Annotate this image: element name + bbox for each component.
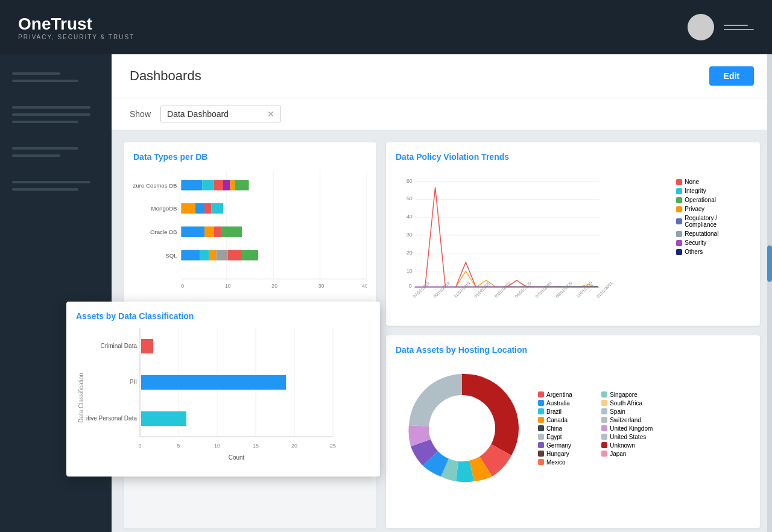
legend-item-operational: Operational [676,197,750,203]
sidebar-line [12,147,78,150]
legend-color-none [676,179,682,185]
legend-label-egypt: Egypt [546,434,562,440]
legend-label-china: China [546,425,562,432]
svg-rect-9 [223,180,230,190]
legend-color-southafrica [601,400,607,406]
legend-label-brazil: Brazil [546,408,562,415]
svg-rect-69 [141,339,153,353]
legend-color-china [538,425,544,431]
legend-uk: United Kingdom [601,425,653,432]
legend-brazil: Brazil [538,408,589,415]
legend-item-others: Others [676,249,750,255]
avatar[interactable] [688,14,714,40]
top-nav: OneTrust PRIVACY, SECURITY & TRUST [0,0,772,54]
legend-label-security: Security [685,239,706,246]
svg-rect-26 [216,250,227,260]
svg-text:40: 40 [407,214,413,220]
clear-filter-button[interactable]: ✕ [267,109,274,119]
svg-text:0: 0 [181,283,184,289]
edit-button[interactable]: Edit [709,66,754,86]
svg-text:40: 40 [362,283,367,289]
svg-rect-19 [204,226,214,236]
svg-rect-23 [181,250,200,260]
svg-rect-20 [214,226,221,236]
svg-text:Count: Count [229,454,245,461]
legend-label-integrity: Integrity [685,188,706,194]
legend-china: China [538,425,589,432]
legend-japan: Japan [601,451,653,457]
svg-rect-10 [230,180,235,190]
donut-svg [396,362,528,495]
sidebar-line [12,106,90,109]
legend-color-mexico [538,459,544,465]
hosting-location-card: Data Assets by Hosting Location [386,335,760,528]
legend-color-others [676,249,682,255]
data-types-title: Data Types per DB [133,152,367,162]
svg-text:0: 0 [409,283,412,289]
svg-text:0: 0 [138,443,141,449]
dashboard-header: Dashboards Edit [112,54,772,98]
menu-line-2 [724,29,754,30]
legend-label-privacy: Privacy [685,206,704,212]
filter-bar: Show Data Dashboard ✕ [112,98,772,130]
svg-text:5: 5 [177,443,180,449]
svg-text:20: 20 [407,250,413,256]
svg-text:60: 60 [407,178,413,184]
svg-text:SQL: SQL [165,252,177,259]
logo-area: OneTrust PRIVACY, SECURITY & TRUST [18,14,134,40]
legend-color-privacy [676,206,682,212]
svg-rect-7 [202,180,214,190]
assets-classification-overlay-card: Assets by Data Classification Data Class… [66,302,380,477]
svg-text:10: 10 [214,443,220,449]
legend-label-southafrica: South Africa [610,400,642,407]
legend-color-canada [538,417,544,423]
legend-label-operational: Operational [685,197,716,203]
hamburger-menu[interactable] [724,25,754,30]
legend-label-argentina: Argentina [546,391,572,398]
legend-color-unknown [601,442,607,448]
legend-label-switzerland: Switzerland [610,417,641,423]
svg-text:MongoDB: MongoDB [151,205,177,212]
legend-unknown: Unknown [601,442,653,449]
svg-rect-8 [214,180,223,190]
legend-label-germany: Germany [546,442,571,449]
legend-color-operational [676,197,682,203]
legend-color-spain [601,408,607,414]
legend-spain: Spain [601,408,653,415]
svg-rect-13 [181,203,195,214]
policy-violations-card: Data Policy Violation Trends 60 50 40 30… [386,142,760,326]
policy-violations-title: Data Policy Violation Trends [396,152,750,162]
svg-rect-15 [204,203,212,214]
svg-rect-6 [181,180,202,190]
hosting-title: Data Assets by Hosting Location [396,345,750,355]
legend-egypt: Egypt [538,434,589,440]
svg-text:30: 30 [318,283,324,289]
scrollbar[interactable] [767,54,772,532]
legend-germany: Germany [538,442,589,449]
legend-color-germany [538,442,544,448]
svg-text:Azure Cosmos DB: Azure Cosmos DB [133,182,177,189]
legend-label-others: Others [685,249,703,255]
svg-rect-16 [212,203,223,214]
legend-item-reputational: Reputational [676,230,750,237]
legend-color-argentina [538,391,544,397]
legend-item-regulatory: Regulatory / Compliance [676,215,750,228]
legend-canada: Canada [538,417,589,423]
scrollbar-thumb[interactable] [767,245,772,282]
svg-rect-21 [221,226,242,236]
svg-text:10: 10 [225,283,231,289]
donut-chart [396,362,528,495]
legend-singapore: Singapore [601,391,653,398]
dashboard-filter[interactable]: Data Dashboard ✕ [160,106,281,122]
svg-rect-25 [209,250,217,260]
svg-text:05/01/2020: 05/01/2020 [514,280,533,299]
legend-label-canada: Canada [546,417,568,423]
legend-hungary: Hungary [538,451,589,457]
svg-text:11/01/2020: 11/01/2020 [575,280,593,299]
hosting-legend: Argentina Singapore Australia South [538,391,653,466]
legend-label-australia: Australia [546,400,570,407]
menu-line-1 [724,25,748,26]
legend-label-hungary: Hungary [546,451,569,457]
sidebar-line [12,72,60,75]
page-title: Dashboards [130,68,201,84]
